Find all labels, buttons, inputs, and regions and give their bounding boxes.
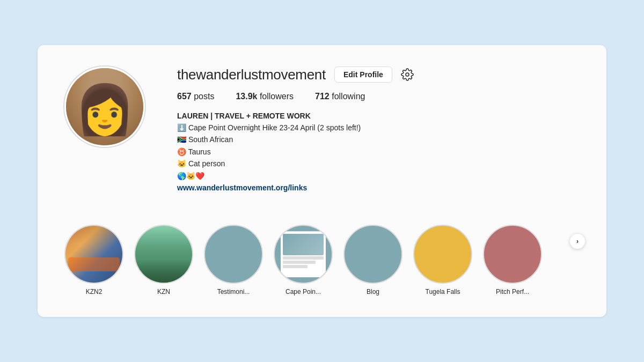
following-label: following xyxy=(332,92,365,101)
followers-count: 13.9k xyxy=(236,92,257,101)
kzn2-image xyxy=(65,226,122,283)
username: thewanderlustmovement xyxy=(177,67,326,83)
highlight-label-tugela: Tugela Falls xyxy=(426,288,460,295)
highlight-circle-blog xyxy=(343,225,402,284)
capepoin-content xyxy=(281,232,326,277)
highlight-label-pitchperf: Pitch Perf... xyxy=(496,288,529,295)
highlight-pitchperf[interactable]: Pitch Perf... xyxy=(483,225,542,295)
posts-stat[interactable]: 657 posts xyxy=(177,92,214,101)
bio-line2: 🇿🇦 South African xyxy=(177,134,580,145)
highlight-kzn[interactable]: KZN xyxy=(134,225,193,295)
highlight-circle-tugela xyxy=(413,225,472,284)
posts-count: 657 xyxy=(177,92,192,101)
highlight-label-kzn2: KZN2 xyxy=(86,288,103,295)
bio-section: LAUREN | TRAVEL + REMOTE WORK ⬇️ Cape Po… xyxy=(177,110,580,194)
highlight-label-testimonials: Testimoni... xyxy=(217,288,250,295)
avatar-photo xyxy=(66,68,143,145)
bio-name: LAUREN | TRAVEL + REMOTE WORK xyxy=(177,110,580,122)
highlight-circle-pitchperf xyxy=(483,225,542,284)
posts-label: posts xyxy=(194,92,214,101)
profile-info: thewanderlustmovement Edit Profile 657 p… xyxy=(177,67,580,194)
highlights-next-button[interactable]: › xyxy=(570,234,585,249)
settings-icon[interactable] xyxy=(401,68,414,81)
bio-line5: 🌎🐱❤️ xyxy=(177,170,580,182)
highlight-tugela[interactable]: Tugela Falls xyxy=(413,225,472,295)
followers-stat[interactable]: 13.9k followers xyxy=(236,92,294,101)
profile-card: thewanderlustmovement Edit Profile 657 p… xyxy=(38,45,606,317)
highlight-circle-kzn2 xyxy=(64,225,123,284)
highlight-blog[interactable]: Blog xyxy=(343,225,402,295)
avatar xyxy=(64,67,145,147)
highlight-testimonials[interactable]: Testimoni... xyxy=(204,225,263,295)
kzn-image xyxy=(135,226,192,283)
highlight-circle-testimonials xyxy=(204,225,263,284)
highlight-label-blog: Blog xyxy=(367,288,379,295)
edit-profile-button[interactable]: Edit Profile xyxy=(334,67,392,83)
svg-point-0 xyxy=(406,73,409,76)
bio-line3: ♉ Taurus xyxy=(177,146,580,158)
highlights-section: KZN2 KZN Testimoni... xyxy=(64,210,580,295)
bio-line4: 🐱 Cat person xyxy=(177,158,580,169)
highlight-kzn2[interactable]: KZN2 xyxy=(64,225,123,295)
following-stat[interactable]: 712 following xyxy=(315,92,365,101)
profile-top-section: thewanderlustmovement Edit Profile 657 p… xyxy=(64,67,580,210)
highlight-capepoin[interactable]: Cape Poin... xyxy=(274,225,333,295)
bio-link[interactable]: www.wanderlustmovement.org/links xyxy=(177,183,307,192)
highlight-circle-capepoin xyxy=(274,225,333,284)
highlights-list: KZN2 KZN Testimoni... xyxy=(64,210,580,295)
stats-row: 657 posts 13.9k followers 712 following xyxy=(177,92,580,101)
next-arrow-icon: › xyxy=(576,238,579,245)
followers-label: followers xyxy=(260,92,294,101)
highlight-circle-kzn xyxy=(134,225,193,284)
bio-line1: ⬇️ Cape Point Overnight Hike 23-24 April… xyxy=(177,122,580,134)
highlight-label-kzn: KZN xyxy=(157,288,170,295)
profile-header-row: thewanderlustmovement Edit Profile xyxy=(177,67,580,83)
following-count: 712 xyxy=(315,92,330,101)
highlight-label-capepoin: Cape Poin... xyxy=(286,288,321,295)
